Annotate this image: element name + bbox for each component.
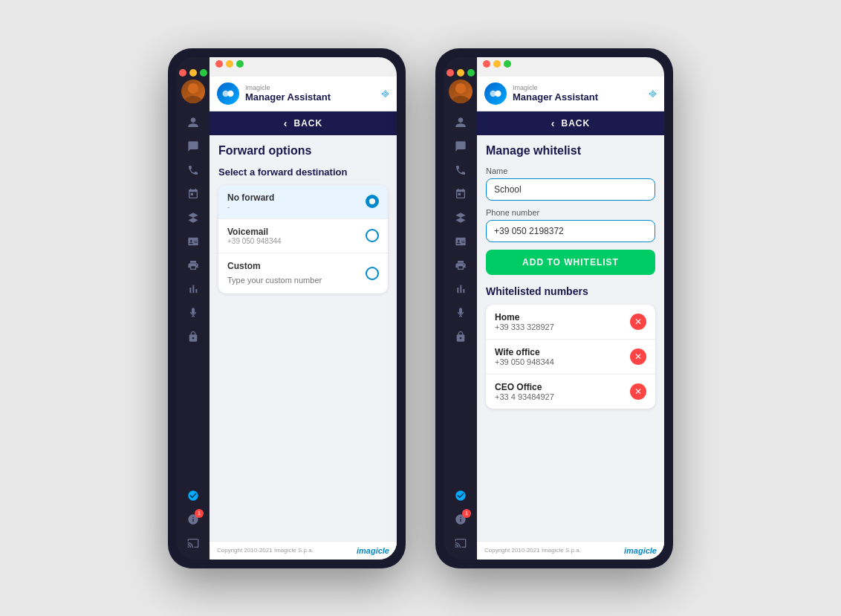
right-app-logo <box>484 82 507 105</box>
option-no-forward[interactable]: No forward - <box>218 185 388 219</box>
left-back-arrow-icon: ‹ <box>284 117 288 129</box>
svg-point-5 <box>452 96 470 103</box>
right-tl-yellow2[interactable] <box>493 60 501 68</box>
whitelist-wife-office-remove-button[interactable]: ✕ <box>630 348 646 365</box>
traffic-light-yellow[interactable] <box>189 69 197 77</box>
sidebar-icon-mic[interactable] <box>183 302 204 323</box>
radio-inner-dot <box>369 198 375 204</box>
option-voicemail[interactable]: Voicemail +39 050 948344 <box>218 219 388 253</box>
whitelist-wife-office-text: Wife office +39 050 948344 <box>495 347 554 366</box>
right-avatar <box>449 80 473 103</box>
right-tl-red2[interactable] <box>483 60 490 68</box>
option-no-forward-sublabel: - <box>227 203 274 211</box>
svg-point-4 <box>455 83 466 94</box>
left-tl-red[interactable] <box>215 60 223 68</box>
left-app-title: Manager Assistant <box>245 91 376 103</box>
sidebar-icon-cast[interactable] <box>183 533 204 554</box>
right-sidebar-icon-layers[interactable] <box>450 207 471 228</box>
right-exit-icon[interactable]: ⎆ <box>649 87 657 100</box>
forward-options-card: No forward - Voicemail +39 050 94834 <box>218 185 388 294</box>
right-sidebar-icon-user-badge[interactable] <box>450 485 471 506</box>
whitelist-row-ceo-office: CEO Office +33 4 93484927 ✕ <box>486 375 655 409</box>
right-sidebar-icon-barchart[interactable] <box>450 279 471 299</box>
left-footer-copyright: Copyright 2010-2021 Imagicle S.p.a. <box>217 547 314 554</box>
right-tl-green[interactable] <box>467 69 475 77</box>
custom-number-input[interactable] <box>227 274 366 286</box>
option-custom[interactable]: Custom <box>218 253 388 294</box>
left-phone-frame: 1 <box>168 48 406 568</box>
svg-point-0 <box>188 83 198 94</box>
right-sidebar-icon-cast[interactable] <box>450 533 471 554</box>
left-footer-brand: imagicle <box>357 546 389 555</box>
left-app-header: Imagicle Manager Assistant ⎆ <box>210 57 397 111</box>
right-sidebar-icon-calendar[interactable] <box>450 184 471 204</box>
right-tl-green2[interactable] <box>504 60 511 68</box>
sidebar-icon-printer[interactable] <box>183 255 204 276</box>
right-sidebar-icon-printer[interactable] <box>450 255 471 276</box>
option-custom-label: Custom <box>227 261 366 271</box>
whitelist-ceo-office-text: CEO Office +33 4 93484927 <box>495 382 554 401</box>
notification-badge: 1 <box>195 509 204 518</box>
left-sidebar: 1 <box>177 57 210 560</box>
right-sidebar-icon-mic[interactable] <box>450 302 471 323</box>
right-sidebar-icon-lock[interactable] <box>450 326 471 347</box>
right-page-content: Manage whitelist Name Phone number ADD T… <box>477 135 664 541</box>
sidebar-icon-lock[interactable] <box>183 326 204 347</box>
left-content-area: Imagicle Manager Assistant ⎆ ‹ BACK Forw… <box>210 57 397 560</box>
right-sidebar-icon-info[interactable]: 1 <box>450 509 471 530</box>
right-back-label: BACK <box>562 118 591 129</box>
whitelist-section-title: Whitelisted numbers <box>486 285 655 297</box>
right-footer-brand: imagicle <box>624 546 657 555</box>
whitelist-home-text: Home +39 333 328927 <box>495 312 554 331</box>
left-app-logo <box>217 82 239 105</box>
whitelist-home-name: Home <box>495 312 554 322</box>
left-back-bar[interactable]: ‹ BACK <box>210 111 397 135</box>
left-tl-yellow[interactable] <box>226 60 233 68</box>
sidebar-icon-phone[interactable] <box>183 160 204 181</box>
right-tl-red[interactable] <box>447 69 454 77</box>
sidebar-icon-layers[interactable] <box>183 207 204 228</box>
sidebar-icon-contact[interactable] <box>183 231 204 252</box>
whitelist-home-remove-button[interactable]: ✕ <box>630 314 646 330</box>
right-sidebar-icon-chat[interactable] <box>450 136 471 157</box>
sidebar-icon-barchart[interactable] <box>183 279 204 299</box>
avatar <box>181 80 205 103</box>
whitelist-row-wife-office: Wife office +39 050 948344 ✕ <box>486 340 655 375</box>
add-to-whitelist-button[interactable]: ADD TO WHITELIST <box>486 250 655 275</box>
left-app-title-block: Imagicle Manager Assistant <box>245 84 376 103</box>
left-exit-icon[interactable]: ⎆ <box>382 87 389 100</box>
svg-point-1 <box>184 96 202 103</box>
whitelist-ceo-office-name: CEO Office <box>495 382 554 392</box>
traffic-light-green[interactable] <box>200 69 207 77</box>
option-voicemail-radio[interactable] <box>366 229 379 242</box>
right-sidebar-icon-contact[interactable] <box>450 231 471 252</box>
left-tl-green[interactable] <box>236 60 244 68</box>
svg-point-7 <box>495 90 501 96</box>
sidebar-icon-user-badge[interactable] <box>183 485 204 506</box>
right-back-bar[interactable]: ‹ BACK <box>477 111 664 135</box>
sidebar-icon-info[interactable]: 1 <box>183 509 204 530</box>
right-sidebar-icon-phone[interactable] <box>450 160 471 181</box>
right-app-title-block: Imagicle Manager Assistant <box>513 84 643 103</box>
name-field-label: Name <box>486 166 655 175</box>
phone-input[interactable] <box>486 220 655 242</box>
sidebar-icon-calendar[interactable] <box>183 184 204 204</box>
sidebar-icon-chat[interactable] <box>183 136 204 157</box>
whitelist-card: Home +39 333 328927 ✕ Wife office +39 05… <box>486 305 655 409</box>
option-voicemail-sublabel: +39 050 948344 <box>227 237 282 245</box>
option-custom-content: Custom <box>227 261 366 286</box>
whitelist-ceo-office-phone: +33 4 93484927 <box>495 392 554 401</box>
right-sidebar-icon-person[interactable] <box>450 112 471 133</box>
traffic-light-red[interactable] <box>179 69 186 77</box>
option-voicemail-text: Voicemail +39 050 948344 <box>227 227 282 245</box>
sidebar-icon-person[interactable] <box>183 112 204 133</box>
right-app-header: Imagicle Manager Assistant ⎆ <box>477 57 664 111</box>
option-no-forward-radio[interactable] <box>366 195 379 208</box>
right-sidebar: 1 <box>444 57 477 560</box>
option-custom-radio[interactable] <box>366 267 379 280</box>
right-tl-yellow[interactable] <box>457 69 464 77</box>
name-input[interactable] <box>486 178 655 201</box>
right-page-title: Manage whitelist <box>486 144 655 158</box>
whitelist-ceo-office-remove-button[interactable]: ✕ <box>630 383 646 400</box>
left-page-content: Forward options Select a forward destina… <box>210 135 397 541</box>
